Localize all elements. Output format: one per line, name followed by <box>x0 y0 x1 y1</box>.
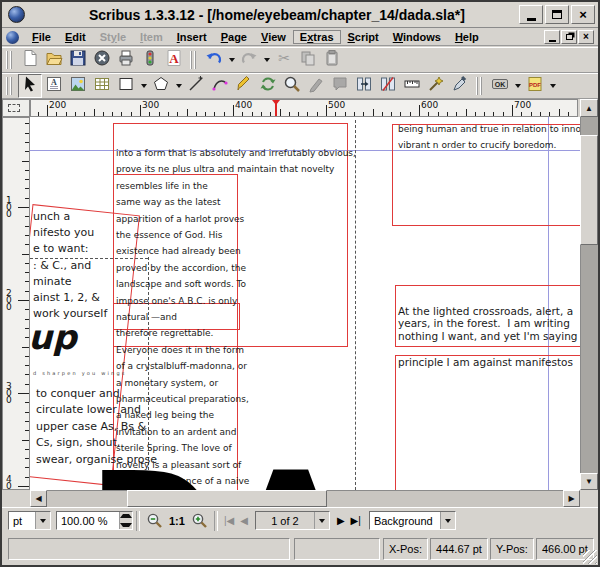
toolbar-dropdown-icon[interactable] <box>512 74 523 98</box>
ruler-origin-box[interactable] <box>2 99 30 117</box>
copy-icon <box>299 49 317 71</box>
canvas-text-line: therefore regrettable. <box>116 328 213 338</box>
pdf-annotation-button[interactable]: PDF <box>523 74 547 98</box>
insert-line-button[interactable] <box>184 74 208 98</box>
toolbar-handle[interactable] <box>4 49 16 71</box>
scribus-window: Scribus 1.3.3.12 - [/home/eyebeam/chapte… <box>0 0 600 567</box>
hscroll-left-button[interactable]: ◀ <box>30 490 47 507</box>
horizontal-scrollbar-thumb[interactable] <box>127 490 327 507</box>
insert-freehand-line-icon <box>235 75 253 97</box>
previous-page-button[interactable]: ◀ <box>237 511 251 531</box>
insert-table-button[interactable] <box>90 74 114 98</box>
measurements-button[interactable] <box>400 74 424 98</box>
text-frame-outline-right-bottom[interactable] <box>395 355 580 490</box>
insert-polygon-icon <box>152 75 170 97</box>
redo-button[interactable] <box>237 48 261 72</box>
layer-dropdown-icon[interactable] <box>440 512 455 529</box>
menu-item-script[interactable]: Script <box>341 30 386 44</box>
story-editor-icon <box>331 75 349 97</box>
insert-bezier-curve-button[interactable] <box>208 74 232 98</box>
resize-grip[interactable] <box>583 550 597 564</box>
select-item-button[interactable] <box>18 74 42 98</box>
story-editor-button[interactable] <box>328 74 352 98</box>
zoom-out-button[interactable] <box>143 511 166 531</box>
export-pdf-button[interactable]: A <box>162 48 186 72</box>
toolbar-handle[interactable] <box>4 75 16 97</box>
toolbar-dropdown-icon[interactable] <box>138 74 149 98</box>
insert-polygon-button[interactable] <box>149 74 173 98</box>
canvas-text-line: nothing I want, and yet I'm saying <box>398 330 577 342</box>
page-combobox[interactable]: 1 of 2 <box>255 511 330 530</box>
unit-combobox[interactable]: pt <box>8 511 51 530</box>
minimize-button[interactable] <box>519 5 543 24</box>
unit-dropdown-icon[interactable] <box>35 512 50 529</box>
hruler-label: 400 <box>235 100 252 110</box>
document-canvas[interactable]: into a form that is absolutely and irref… <box>30 117 580 490</box>
pdf-push-button-button[interactable]: OK <box>488 74 512 98</box>
maximize-button[interactable] <box>545 5 569 24</box>
paste-button[interactable] <box>320 48 344 72</box>
edit-contents-button[interactable] <box>304 74 328 98</box>
zoom-spin-down-icon[interactable] <box>120 521 132 530</box>
eye-dropper-button[interactable] <box>448 74 472 98</box>
menu-item-file[interactable]: File <box>25 30 58 44</box>
vruler-label: 400 <box>6 476 12 490</box>
menu-item-edit[interactable]: Edit <box>58 30 93 44</box>
vscroll-up-button[interactable]: ▲ <box>580 99 598 117</box>
toolbar-handle[interactable] <box>188 49 200 71</box>
copy-properties-button[interactable] <box>424 74 448 98</box>
last-page-button[interactable]: ▶| <box>348 511 364 531</box>
first-page-button[interactable]: |◀ <box>221 511 237 531</box>
hscroll-right-button[interactable]: ▶ <box>563 490 580 507</box>
open-document-button[interactable] <box>42 48 66 72</box>
link-text-frames-button[interactable] <box>352 74 376 98</box>
close-document-button[interactable] <box>90 48 114 72</box>
mdi-restore-button[interactable] <box>561 30 577 44</box>
close-button[interactable]: × <box>571 5 595 24</box>
menu-item-windows[interactable]: Windows <box>386 30 448 44</box>
unlink-text-frames-button[interactable] <box>376 74 400 98</box>
layer-combobox[interactable]: Background <box>369 511 456 530</box>
mdi-close-button[interactable]: × <box>578 30 594 44</box>
toolbar-handle[interactable] <box>474 75 486 97</box>
menu-item-view[interactable]: View <box>254 30 293 44</box>
insert-image-frame-button[interactable] <box>66 74 90 98</box>
title-bar[interactable]: Scribus 1.3.3.12 - [/home/eyebeam/chapte… <box>2 2 598 28</box>
vertical-scrollbar-thumb[interactable] <box>580 135 598 245</box>
preflight-verifier-button[interactable] <box>138 48 162 72</box>
toolbar-dropdown-icon[interactable] <box>173 74 184 98</box>
cut-button[interactable]: ✂ <box>272 48 296 72</box>
insert-freehand-line-button[interactable] <box>232 74 256 98</box>
copy-button[interactable] <box>296 48 320 72</box>
insert-image-frame-icon <box>69 75 87 97</box>
menu-item-extras[interactable]: Extras <box>293 30 341 44</box>
toolbar-dropdown-icon[interactable] <box>261 48 272 72</box>
menu-item-page[interactable]: Page <box>214 30 254 44</box>
menu-item-item[interactable]: Item <box>133 30 170 44</box>
vscroll-down-button[interactable]: ▼ <box>580 473 598 490</box>
mdi-minimize-button[interactable] <box>544 30 560 44</box>
zoom-spinbox[interactable]: 100.00 % <box>56 511 133 530</box>
menu-item-insert[interactable]: Insert <box>170 30 214 44</box>
toolbar-dropdown-icon[interactable] <box>547 74 558 98</box>
menu-item-help[interactable]: Help <box>448 30 486 44</box>
open-document-icon <box>45 49 63 71</box>
insert-shape-button[interactable] <box>114 74 138 98</box>
insert-text-frame-button[interactable]: A <box>42 74 66 98</box>
undo-button[interactable] <box>202 48 226 72</box>
print-document-button[interactable] <box>114 48 138 72</box>
zoom-actual-size-button[interactable]: 1:1 <box>166 511 188 531</box>
menu-item-style[interactable]: Style <box>93 30 133 44</box>
rotate-item-button[interactable] <box>256 74 280 98</box>
toolbar-dropdown-icon[interactable] <box>226 48 237 72</box>
save-document-button[interactable] <box>66 48 90 72</box>
vertical-ruler[interactable]: 100200300400 <box>2 117 30 490</box>
page-dropdown-icon[interactable] <box>314 512 329 529</box>
zoom-in-button[interactable] <box>188 511 211 531</box>
new-document-button[interactable] <box>18 48 42 72</box>
zoom-spin-up-icon[interactable] <box>120 512 132 521</box>
horizontal-ruler[interactable]: 200300400500600700 <box>30 99 578 117</box>
next-page-button[interactable]: ▶ <box>334 511 348 531</box>
zoom-tool-button[interactable] <box>280 74 304 98</box>
canvas-text-line: At the lighted crossroads, alert, a <box>398 305 573 317</box>
